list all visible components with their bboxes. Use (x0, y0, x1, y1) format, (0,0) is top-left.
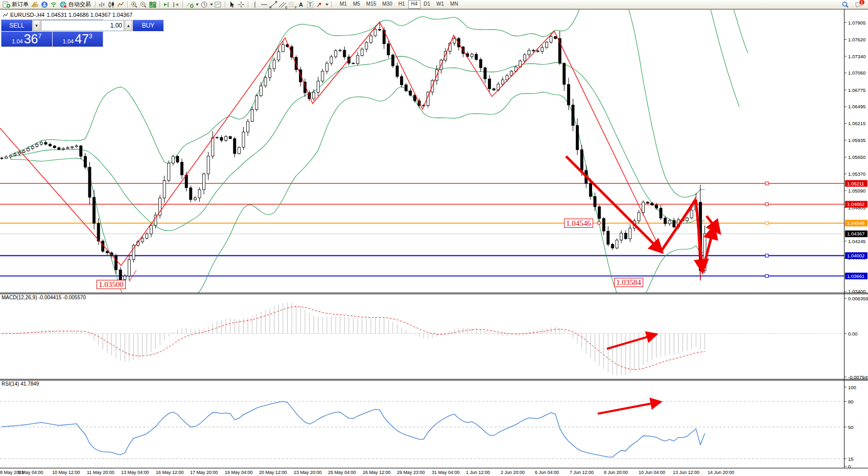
candle-body (247, 122, 249, 132)
candle-body (642, 202, 645, 212)
top-toolbar: 新订单 自动交易 (0, 0, 868, 9)
templates-icon[interactable] (214, 1, 223, 8)
volume-up-button[interactable]: ▲ (125, 20, 132, 31)
time-axis-label: 1 Jun 12:00 (466, 470, 490, 475)
candle-body (176, 156, 179, 162)
axis-price-label-text: 1.04002 (847, 253, 864, 258)
red-arrow-annotation[interactable] (566, 156, 661, 251)
price-annotation-1.04546[interactable]: 1.04546 (564, 219, 593, 228)
candle-body (255, 96, 258, 110)
candle-body (611, 244, 614, 248)
candle-body (457, 38, 460, 47)
candle-body (49, 144, 52, 146)
community-icon[interactable] (40, 1, 49, 8)
rsi-tick-label: 100 (848, 385, 856, 390)
candle-body (357, 56, 359, 64)
timeframe-d1[interactable]: D1 (420, 0, 433, 8)
hline-handle[interactable] (765, 222, 768, 225)
rsi-red-arrow[interactable] (598, 402, 660, 414)
timeframe-h1[interactable]: H1 (395, 0, 408, 8)
crosshair-icon[interactable] (237, 1, 246, 8)
macd-red-arrow[interactable] (607, 335, 655, 349)
hline-handle[interactable] (765, 182, 768, 185)
candle-body (185, 175, 187, 188)
zoom-out-icon[interactable] (139, 1, 148, 8)
text-icon[interactable]: A (296, 1, 306, 8)
candle-body (361, 49, 363, 56)
arrows-tool-button[interactable] (315, 1, 329, 8)
candle-body (589, 183, 592, 197)
trendline-icon[interactable] (269, 1, 278, 8)
main-pane (0, 9, 844, 315)
chart-bars-icon[interactable] (98, 1, 107, 8)
candle-body (396, 66, 398, 77)
separator (225, 1, 225, 8)
candle-body (264, 78, 267, 86)
sell-price-pip: 7 (38, 33, 42, 40)
channel-icon[interactable]: E (278, 1, 287, 8)
zoom-in-icon[interactable] (130, 1, 139, 8)
timeframe-mn[interactable]: MN (447, 0, 461, 8)
fibo-icon[interactable]: F (287, 1, 296, 8)
separator (95, 1, 96, 8)
notifications-icon[interactable]: 1 (854, 1, 863, 8)
autoscroll-icon[interactable] (162, 1, 171, 8)
chart-candles-icon[interactable] (107, 1, 116, 8)
buy-price[interactable]: 1.04473 (53, 32, 103, 46)
hline-handle[interactable] (765, 254, 768, 257)
timeframe-h4[interactable]: H4 (408, 0, 421, 9)
timeframe-m1[interactable]: M1 (337, 0, 350, 8)
annotation-handle[interactable] (598, 222, 600, 224)
candle-body (471, 54, 473, 57)
candle-body (115, 255, 118, 270)
signals-icon[interactable] (49, 1, 58, 8)
price-annotation-1.03584[interactable]: 1.03584 (614, 278, 643, 287)
candle-body (453, 38, 456, 43)
candle-body (18, 152, 20, 154)
timeframe-m30[interactable]: M30 (379, 0, 395, 8)
cursor-icon[interactable] (227, 1, 237, 8)
new-order-button[interactable]: 新订单 (2, 1, 31, 8)
hline-handle[interactable] (765, 203, 768, 206)
candle-body (536, 51, 539, 52)
label-icon[interactable]: T (306, 1, 315, 8)
price-tick-label: 1.07340 (848, 54, 865, 59)
sell-price[interactable]: 1.04367 (2, 32, 52, 46)
search-icon[interactable] (841, 1, 850, 8)
candle-body (690, 210, 693, 218)
chart-title-icon (3, 13, 8, 17)
timeframe-w1[interactable]: W1 (433, 0, 447, 8)
candle-body (260, 86, 262, 96)
sell-price-prefix: 1.04 (12, 38, 22, 44)
timeframe-m15[interactable]: M15 (363, 0, 379, 8)
red-arrow-annotation[interactable] (661, 200, 696, 251)
candle-body (646, 202, 649, 203)
tile-windows-icon[interactable] (148, 1, 157, 8)
vline-icon[interactable] (250, 1, 260, 8)
hline-icon[interactable] (260, 1, 269, 8)
chart-line-icon[interactable] (116, 1, 125, 8)
volume-input[interactable] (41, 20, 124, 31)
autotrading-button[interactable]: 自动交易 (58, 1, 93, 8)
price-annotation-1.03500[interactable]: 1.03500 (97, 280, 126, 289)
price-tick-label: 1.05650 (848, 154, 865, 160)
separator (182, 1, 183, 8)
sell-button[interactable]: SELL (2, 20, 32, 31)
chart-title: EURUSD-,H4 1.04531 1.04686 1.04367 1.043… (3, 12, 132, 18)
indicators-button[interactable] (185, 1, 199, 8)
volume-down-button[interactable]: ▼ (33, 20, 40, 31)
separator (127, 1, 128, 8)
candle-body (75, 146, 78, 147)
candle-body (66, 148, 69, 149)
hline-handle[interactable] (765, 274, 768, 277)
buy-button[interactable]: BUY (133, 20, 163, 31)
chevron-down-icon (196, 4, 199, 7)
chart-shift-icon[interactable] (171, 1, 180, 8)
timeframe-m5[interactable]: M5 (350, 0, 363, 8)
chart-canvas[interactable]: 1.079051.076201.073401.070601.067751.064… (0, 9, 868, 476)
periods-button[interactable] (199, 1, 214, 8)
candle-body (181, 162, 183, 175)
gold-icon[interactable] (31, 1, 40, 8)
candle-body (686, 218, 689, 221)
axis-price-label-text: 1.04546 (847, 220, 864, 226)
